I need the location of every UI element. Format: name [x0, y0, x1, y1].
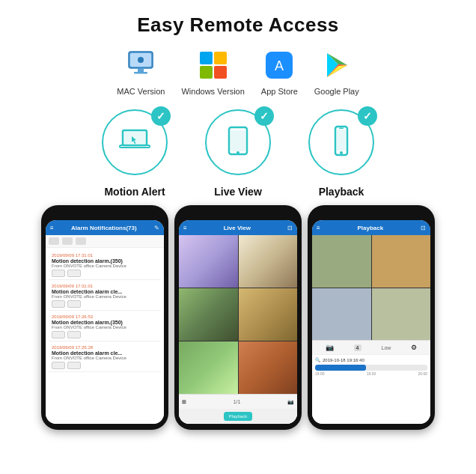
alarm-time-4: 2019/09/09 17:26:28 [52, 345, 158, 350]
alarm-entry-4: 2019/09/09 17:26:28 Motion detection ala… [49, 343, 161, 372]
live-cell-2 [239, 235, 298, 288]
alarm-title-4: Motion detection alarm cle... [52, 350, 158, 356]
svg-rect-8 [214, 66, 227, 79]
alarm-actions-3 [52, 331, 158, 338]
svg-rect-5 [200, 52, 213, 64]
svg-rect-7 [200, 66, 213, 79]
live-view-grid [179, 235, 297, 394]
filter-icon-3 [76, 237, 86, 245]
live-page-num: 1/1 [234, 399, 241, 404]
alarm-btn-3a[interactable] [52, 331, 65, 338]
feature-label-motion: Motion Alert [102, 186, 168, 198]
pb-cell-4 [372, 288, 431, 341]
live-playback-bar: Playback [179, 409, 297, 424]
svg-point-25 [340, 151, 343, 154]
platform-appstore: A App Store [261, 47, 298, 96]
alarm-time-1: 2019/09/09 17:31:01 [52, 253, 158, 258]
main-container: Easy Remote Access MAC Version [0, 0, 476, 474]
alarm-from-3: From ONVOTE office Camera Device [52, 325, 158, 329]
live-cell-6 [239, 341, 298, 394]
alarm-time-3: 2019/09/09 17:26:53 [52, 315, 158, 319]
alarm-btn-2b[interactable] [67, 300, 81, 308]
appstore-icon: A [261, 47, 297, 83]
check-badge-phone: ✓ [358, 106, 377, 126]
platform-mac: MAC Version [117, 47, 165, 96]
alarm-btn-2a[interactable] [52, 300, 65, 308]
phones-row: ≡ Alarm Notifications(73) ✎ 2019/09/09 1… [41, 205, 435, 467]
svg-rect-24 [337, 130, 346, 151]
alarm-actions-1 [52, 270, 158, 277]
alarm-btn-1a[interactable] [52, 270, 65, 277]
feature-phone-circle: ✓ [308, 109, 374, 175]
pb-cell-1 [312, 235, 371, 288]
live-cell-1 [179, 235, 238, 288]
alarm-list: 2019/09/09 17:31:01 Motion detection ala… [46, 248, 164, 375]
camera-icon-pb: 📷 [326, 344, 334, 351]
svg-text:A: A [275, 58, 284, 73]
live-cell-3 [179, 288, 238, 341]
hamburger-icon: ≡ [50, 225, 54, 231]
timeline-labels: 18:00 19:00 20:00 [315, 371, 427, 376]
mac-icon [123, 47, 159, 83]
phone-screen-motion: ≡ Alarm Notifications(73) ✎ 2019/09/09 1… [46, 220, 164, 424]
features-row: ✓ ✓ [102, 109, 374, 175]
feature-laptop-circle: ✓ [102, 109, 168, 175]
alarm-actions-4 [52, 362, 158, 369]
page-num-pb: 4 [354, 344, 361, 351]
edit-icon: ✎ [154, 225, 159, 231]
phone-live-view: ≡ Live View ⊡ ⊞ 1/1 [174, 205, 302, 430]
phone-header-playback: ≡ Playback ⊡ [312, 220, 430, 235]
svg-rect-3 [134, 72, 147, 74]
feature-tablet-circle: ✓ [205, 109, 271, 175]
pb-cell-3 [312, 288, 371, 341]
filter-icon-2 [62, 237, 73, 245]
svg-rect-26 [339, 128, 344, 130]
phone-body-motion: 2019/09/09 17:31:01 Motion detection ala… [46, 235, 164, 424]
platform-appstore-label: App Store [261, 87, 298, 96]
playback-header-title: Playback [357, 225, 383, 231]
tablet-feature-icon [220, 123, 256, 162]
search-icon-pb: 🔍 [315, 357, 320, 362]
svg-point-22 [237, 151, 239, 154]
feature-label-live: Live View [205, 186, 271, 198]
cast-icon: ⊡ [287, 225, 293, 231]
check-badge-tablet: ✓ [254, 106, 274, 126]
hamburger-icon-live: ≡ [183, 225, 187, 231]
hamburger-icon-pb: ≡ [317, 225, 320, 231]
motion-header-title: Alarm Notifications(73) [71, 225, 137, 231]
phone-playback: ≡ Playback ⊡ 📷 4 Low ⚙ [308, 205, 435, 430]
filter-icon-1 [49, 237, 59, 245]
phone-notch-3 [353, 210, 390, 216]
alarm-btn-1b[interactable] [67, 270, 81, 277]
alarm-time-2: 2019/09/09 17:31:01 [52, 284, 158, 288]
alarm-actions-2 [52, 300, 158, 308]
phone-motion-alert: ≡ Alarm Notifications(73) ✎ 2019/09/09 1… [41, 205, 168, 430]
playback-controls: 📷 4 Low ⚙ [312, 340, 430, 354]
alarm-btn-4a[interactable] [52, 362, 65, 369]
alarm-btn-3b[interactable] [67, 331, 81, 338]
live-page-icon: ⊞ [182, 399, 186, 405]
live-playback-button[interactable]: Playback [224, 412, 252, 421]
settings-pb: ⚙ [411, 344, 417, 351]
alarm-from-1: From ONVOTE office Camera Device [52, 264, 158, 268]
phone-notch-1 [86, 210, 123, 216]
svg-point-4 [138, 57, 144, 63]
platform-mac-label: MAC Version [117, 87, 165, 96]
platform-googleplay: Google Play [314, 47, 359, 96]
settings-icon-pb: ⊡ [421, 225, 426, 231]
timeline-filled [315, 365, 366, 371]
phone-screen-playback: ≡ Playback ⊡ 📷 4 Low ⚙ [312, 220, 430, 424]
live-cell-4 [239, 288, 298, 341]
alarm-btn-4b[interactable] [67, 362, 81, 369]
phone-body-live: ⊞ 1/1 📷 Playback [179, 235, 297, 424]
platform-windows-label: Windows Version [181, 87, 244, 96]
svg-rect-6 [214, 52, 227, 64]
platform-windows: Windows Version [181, 47, 244, 96]
live-footer: ⊞ 1/1 📷 [179, 394, 297, 409]
windows-icon [195, 47, 231, 83]
alarm-from-4: From ONVOTE office Camera Device [52, 356, 158, 360]
timeline-mid: 19:00 [367, 371, 376, 376]
live-screenshot-icon: 📷 [287, 399, 294, 405]
phone-notch-2 [219, 210, 257, 216]
timeline-start: 18:00 [315, 371, 325, 376]
